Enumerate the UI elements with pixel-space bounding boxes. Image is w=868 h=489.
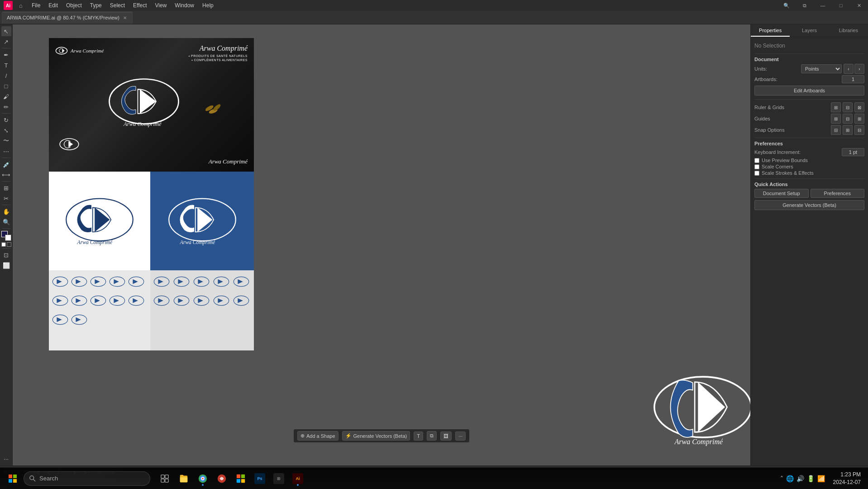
svg-text:Arwa Comprimé: Arwa Comprimé <box>123 121 162 127</box>
keyboard-increment-input[interactable] <box>842 148 864 156</box>
home-icon[interactable]: ⌂ <box>16 1 25 10</box>
snap-icons: ⊟ ⊞ ⊟ <box>831 125 864 135</box>
artboard-tool[interactable]: ⊞ <box>1 183 11 193</box>
canvas-area[interactable]: Arwa Comprimé Arwa Comprimé • PRODUITS D… <box>13 24 750 465</box>
eyedropper-tool[interactable]: 💉 <box>1 159 11 169</box>
preferences-btn[interactable]: Preferences <box>811 189 865 198</box>
network-icon[interactable]: 🌐 <box>786 475 794 482</box>
direct-selection-tool[interactable]: ↗ <box>1 37 11 47</box>
menu-window[interactable]: Window <box>171 1 198 10</box>
edit-artboards-btn[interactable]: Edit Artboards <box>754 86 864 96</box>
browser-btn[interactable] <box>194 470 212 488</box>
maximize-btn[interactable]: □ <box>832 0 850 11</box>
menu-help[interactable]: Help <box>199 1 217 10</box>
draw-mode[interactable]: ⊡ <box>1 250 11 260</box>
menu-object[interactable]: Object <box>62 1 86 10</box>
search-window-btn[interactable]: 🔍 <box>777 0 796 11</box>
grid-icon-btn[interactable]: ⊟ <box>843 102 853 112</box>
network-wifi-icon[interactable]: 📶 <box>817 475 825 482</box>
menu-view[interactable]: View <box>152 1 171 10</box>
line-tool[interactable]: / <box>1 71 11 81</box>
tab-libraries[interactable]: Libraries <box>829 24 868 37</box>
photoshop-btn[interactable]: Ps <box>251 470 269 488</box>
minimize-btn[interactable]: — <box>814 0 832 11</box>
snap-icon-3[interactable]: ⊟ <box>854 125 864 135</box>
illustrator-btn[interactable]: Ai <box>289 470 307 488</box>
add-shape-btn[interactable]: ⊕ Add a Shape <box>297 431 339 441</box>
svg-text:Arwa Comprimé: Arwa Comprimé <box>179 240 215 245</box>
arrange-btn[interactable]: ⧉ <box>796 0 814 11</box>
scale-corners-checkbox[interactable] <box>754 164 759 169</box>
guide-icon-2[interactable]: ⊟ <box>843 114 853 124</box>
screen-mode[interactable]: ⬜ <box>1 260 11 270</box>
units-next-btn[interactable]: › <box>854 64 864 74</box>
generate-vectors-btn[interactable]: ⚡ Generate Vectors (Beta) <box>342 431 410 441</box>
fill-color[interactable] <box>1 231 11 241</box>
scale-strokes-checkbox[interactable] <box>754 171 759 176</box>
normal-mode-btn[interactable] <box>1 242 6 247</box>
tab-close-btn[interactable]: ✕ <box>122 15 128 21</box>
windows-store-btn[interactable] <box>232 470 250 488</box>
menu-file[interactable]: File <box>28 1 44 10</box>
paint-brush-tool[interactable]: 🖌 <box>1 91 11 101</box>
units-prev-btn[interactable]: ‹ <box>844 64 854 74</box>
menu-edit[interactable]: Edit <box>45 1 62 10</box>
snap-icon-1[interactable]: ⊟ <box>831 125 841 135</box>
zoom-tool[interactable]: 🔍 <box>1 217 11 227</box>
menu-select[interactable]: Select <box>106 1 129 10</box>
hand-tool[interactable]: ✋ <box>1 206 11 216</box>
text-btn[interactable]: T <box>414 431 423 441</box>
more-tools-btn[interactable]: ··· <box>1 454 11 464</box>
scale-corners-label: Scale Corners <box>762 164 793 169</box>
preview-bounds-checkbox[interactable] <box>754 158 759 163</box>
selection-tool[interactable]: ↖ <box>1 26 11 36</box>
menu-type[interactable]: Type <box>86 1 105 10</box>
tab-layers[interactable]: Layers <box>790 24 829 37</box>
width-tool[interactable]: ⋯ <box>1 146 11 156</box>
none-mode-btn[interactable] <box>7 242 11 247</box>
taskbar-app-btn[interactable]: ⊞ <box>270 470 288 488</box>
rect-tool[interactable]: □ <box>1 81 11 91</box>
svg-rect-52 <box>237 479 240 482</box>
speaker-icon[interactable]: 🔊 <box>796 475 804 482</box>
type-tool[interactable]: T <box>1 60 11 70</box>
document-tab[interactable]: ARWA COMPRIME.ai @ 80.47 % (CMYK/Preview… <box>2 12 133 24</box>
file-explorer-btn[interactable] <box>175 470 193 488</box>
guide-icon-1[interactable]: ⊞ <box>831 114 841 124</box>
svg-point-39 <box>30 475 34 479</box>
slice-tool[interactable]: ✂ <box>1 193 11 203</box>
svg-point-0 <box>56 47 67 54</box>
chevron-icon[interactable]: ˄ <box>780 475 783 482</box>
start-button[interactable] <box>4 470 22 488</box>
menu-effect[interactable]: Effect <box>129 1 150 10</box>
top-left-logo: Arwa Comprimé <box>55 44 104 57</box>
pen-tool[interactable]: ✒ <box>1 50 11 60</box>
generate-vectors-panel-btn[interactable]: Generate Vectors (Beta) <box>754 200 864 210</box>
blend-tool[interactable]: ⟷ <box>1 170 11 180</box>
pencil-tool[interactable]: ✏ <box>1 102 11 112</box>
red-browser-btn[interactable] <box>213 470 231 488</box>
warp-tool[interactable]: 〜 <box>1 136 11 146</box>
units-select[interactable]: Points Pixels Inches Millimeters <box>801 64 842 73</box>
tab-properties[interactable]: Properties <box>751 24 790 37</box>
clock[interactable]: 1:23 PM 2024-12-07 <box>830 471 864 486</box>
more-btn[interactable]: ··· <box>455 431 466 441</box>
ruler-icon-btn[interactable]: ⊞ <box>831 102 841 112</box>
snap-options-row: Snap Options ⊟ ⊞ ⊟ <box>754 125 864 135</box>
document-setup-btn[interactable]: Document Setup <box>754 189 809 198</box>
copy-btn[interactable]: ⧉ <box>427 431 437 441</box>
close-btn[interactable]: ✕ <box>850 0 868 11</box>
artboards-input[interactable] <box>842 75 864 83</box>
guide-icon-3[interactable]: ⊞ <box>854 114 864 124</box>
taskbar-search-box[interactable]: Search <box>24 471 150 486</box>
rotate-tool[interactable]: ↻ <box>1 115 11 125</box>
artboard-container: Arwa Comprimé Arwa Comprimé • PRODUITS D… <box>49 38 254 350</box>
task-view-btn[interactable] <box>156 470 174 488</box>
divider-2 <box>754 99 864 100</box>
ellipsis-btn[interactable]: ··· <box>1 454 11 464</box>
image-btn[interactable]: 🖼 <box>440 431 452 441</box>
grid-icon-btn2[interactable]: ⊠ <box>854 102 864 112</box>
scale-tool[interactable]: ⤡ <box>1 125 11 135</box>
snap-icon-2[interactable]: ⊞ <box>843 125 853 135</box>
battery-icon[interactable]: 🔋 <box>807 475 815 482</box>
